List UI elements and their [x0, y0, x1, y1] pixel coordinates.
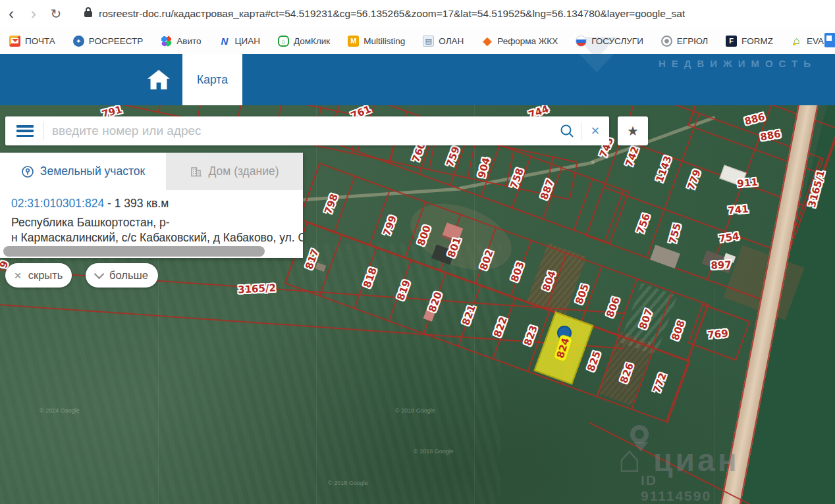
- bookmark-label: FORMZ: [741, 36, 773, 46]
- building-icon: [190, 165, 202, 178]
- parcel-label-741[interactable]: 741: [728, 203, 749, 217]
- bookmark-label: Multilisting: [364, 36, 405, 46]
- parcel-area: - 1 393 кв.м: [107, 197, 169, 210]
- bookmark-Авито[interactable]: Авито: [161, 36, 201, 47]
- eva-icon: ⌂: [791, 36, 802, 47]
- tab-map[interactable]: Карта: [182, 54, 242, 105]
- cadastral-number-link[interactable]: 02:31:010301:824: [11, 197, 104, 210]
- parcel-label-911[interactable]: 911: [737, 176, 759, 190]
- olan-icon: ▤: [423, 36, 434, 47]
- m-square-icon: M: [348, 36, 359, 47]
- tab-house-label: Дом (здание): [208, 164, 279, 178]
- hide-label: скрыть: [28, 269, 63, 282]
- cadastral-map[interactable]: 7917617447457607599047588878868867421143…: [0, 105, 835, 504]
- map-copyright: © 2018 Google: [328, 480, 368, 486]
- bookmark-ПОЧТА[interactable]: ПОЧТА: [9, 36, 55, 47]
- address-bar[interactable]: rosreestr-doc.ru/кадастровая_карта#ct=54…: [99, 8, 685, 20]
- info-panel: Земельный участок Дом (здание) 02:31:010…: [0, 153, 303, 258]
- bookmark-Реформа ЖКХ[interactable]: ◆Реформа ЖКХ: [481, 36, 558, 47]
- lock-icon: [84, 11, 92, 17]
- forward-icon[interactable]: ›: [22, 3, 45, 25]
- bookmark-FORMZ[interactable]: FFORMZ: [726, 36, 773, 47]
- cian-id-text: ID 91114590: [641, 472, 711, 504]
- map-copyright: © 2018 Google: [414, 448, 454, 455]
- close-icon: ×: [14, 268, 22, 283]
- tab-house-building[interactable]: Дом (здание): [166, 153, 303, 190]
- back-icon[interactable]: ‹: [0, 3, 22, 25]
- parcel-label-897[interactable]: 897: [711, 259, 732, 272]
- tab-land-parcel[interactable]: Земельный участок: [0, 153, 166, 190]
- bookmark-label: ГОСУСЛУГИ: [591, 36, 643, 46]
- bookmark-EVA[interactable]: ⌂EVA: [791, 36, 824, 47]
- bookmark-ЦИАН[interactable]: NЦИАН: [219, 36, 260, 47]
- bookmarks-bar: ПОЧТА✦РОСРЕЕСТРАвитоNЦИАН⌂ДомКликMMultil…: [0, 28, 835, 55]
- bookmark-ЕГРЮЛ[interactable]: ЕГРЮЛ: [661, 36, 708, 47]
- mail-icon: [9, 36, 20, 47]
- cadastral-line: 02:31:010301:824 - 1 393 кв.м: [11, 197, 303, 211]
- bookmark-label: ОЛАН: [439, 36, 464, 46]
- bookmark-РОСРЕЕСТР[interactable]: ✦РОСРЕЕСТР: [73, 36, 144, 47]
- cian-pin-icon: [630, 425, 649, 443]
- flag-icon: [576, 36, 587, 47]
- bookmark-label: EVA: [807, 36, 824, 46]
- address-line-1: Республика Башкортостан, р-: [11, 215, 303, 230]
- bookmark-label: ЦИАН: [235, 36, 260, 46]
- bookmark-label: ЕГРЮЛ: [677, 36, 708, 46]
- partial-bookmark-icon[interactable]: [824, 33, 835, 47]
- header-watermark: НЕДВИЖИМОСТЬ: [659, 58, 817, 69]
- bookmarks-list: ПОЧТА✦РОСРЕЕСТРАвитоNЦИАН⌂ДомКликMMultil…: [0, 36, 824, 47]
- bookmark-label: Авито: [176, 36, 201, 46]
- hide-button[interactable]: × скрыть: [5, 263, 72, 288]
- address-line-2: н Кармаскалинский, с/с Кабаковский, д Ка…: [11, 230, 303, 245]
- parcel-address: Республика Башкортостан, р- н Кармаскали…: [11, 215, 303, 245]
- bookmark-ДомКлик[interactable]: ⌂ДомКлик: [278, 36, 330, 47]
- emblem-icon: [661, 36, 672, 47]
- location-pin-icon: [21, 165, 34, 178]
- menu-icon[interactable]: [16, 125, 34, 137]
- search-icon[interactable]: [553, 116, 581, 145]
- site-header: Карта НЕДВИЖИМОСТЬ: [0, 54, 835, 105]
- bookmark-Multilisting[interactable]: MMultilisting: [348, 36, 405, 47]
- shield-icon: ✦: [73, 36, 84, 47]
- parcel-label-3165/2[interactable]: 3165/2: [238, 282, 277, 296]
- reload-icon[interactable]: ↻: [45, 3, 67, 25]
- clear-search-icon[interactable]: ×: [581, 116, 609, 145]
- diamond-icon: ◆: [481, 36, 493, 47]
- bookmark-label: ПОЧТА: [25, 36, 55, 46]
- watermark-pin-shape-2: [578, 53, 615, 72]
- more-label: больше: [109, 269, 148, 282]
- tab-land-label: Земельный участок: [40, 164, 145, 178]
- dots-icon: [161, 36, 172, 47]
- cian-house-icon: ⌂: [618, 440, 641, 478]
- bookmark-label: РОСРЕЕСТР: [89, 36, 144, 46]
- panel-tabs: Земельный участок Дом (здание): [0, 153, 303, 190]
- bookmark-label: Реформа ЖКХ: [497, 36, 558, 46]
- chevron-down-icon: [94, 268, 105, 279]
- home-button[interactable]: [144, 66, 174, 93]
- bookmark-label: ДомКлик: [294, 36, 330, 46]
- search-bar: ×: [5, 116, 609, 145]
- parcel-label-769[interactable]: 769: [707, 328, 729, 341]
- browser-toolbar: ‹ › ↻ rosreestr-doc.ru/кадастровая_карта…: [0, 0, 835, 28]
- horizontal-scrollbar[interactable]: [3, 246, 265, 257]
- map-copyright: © 2024 Google: [40, 407, 80, 414]
- bookmark-ОЛАН[interactable]: ▤ОЛАН: [423, 36, 464, 47]
- favorites-button[interactable]: ★: [618, 116, 648, 145]
- cian-icon: N: [219, 36, 230, 47]
- domclick-icon: ⌂: [278, 36, 289, 47]
- f-square-icon: F: [726, 36, 737, 47]
- search-input[interactable]: [44, 124, 553, 138]
- more-button[interactable]: больше: [86, 263, 158, 288]
- map-copyright: © 2018 Google: [395, 407, 435, 414]
- home-icon: [146, 68, 172, 91]
- bookmark-ГОСУСЛУГИ[interactable]: ГОСУСЛУГИ: [576, 36, 643, 47]
